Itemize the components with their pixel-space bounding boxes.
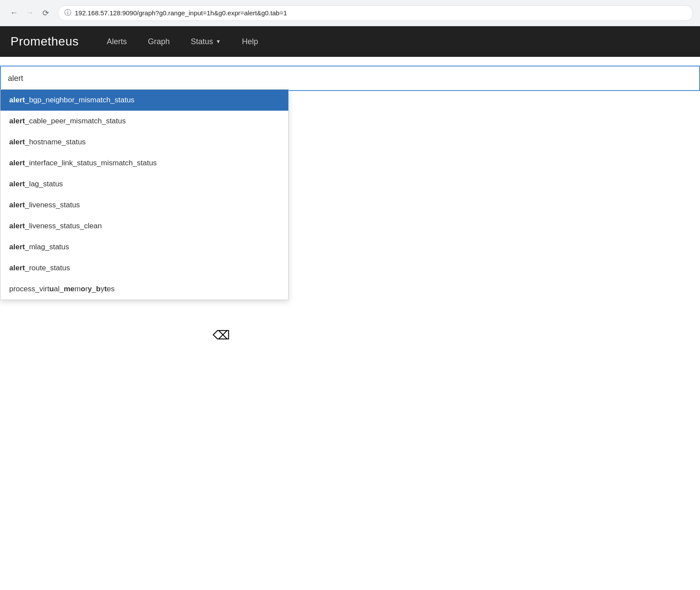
- dropdown-item-6[interactable]: alert_liveness_status_clean: [0, 216, 288, 237]
- browser-chrome: ← → ⟳ ⓘ 192.168.57.128:9090/graph?g0.ran…: [0, 0, 700, 26]
- nav-link-status[interactable]: Status ▼: [180, 34, 231, 50]
- info-icon: ⓘ: [64, 8, 71, 17]
- search-container: alert_bgp_neighbor_mismatch_status alert…: [0, 57, 700, 91]
- dropdown-item-bold-7: alert: [9, 243, 25, 251]
- dropdown-item-7[interactable]: alert_mlag_status: [0, 237, 288, 258]
- dropdown-item-bold-4: alert: [9, 180, 25, 188]
- url-text: 192.168.57.128:9090/graph?g0.range_input…: [75, 9, 287, 17]
- nav-link-alerts[interactable]: Alerts: [96, 34, 137, 50]
- dropdown-item-rest-3: _interface_link_status_mismatch_status: [25, 159, 157, 167]
- nav-buttons: ← → ⟳: [7, 6, 52, 20]
- search-input[interactable]: [1, 66, 699, 90]
- search-input-wrapper: [0, 66, 700, 91]
- dropdown-item-bold-5: alert: [9, 201, 25, 209]
- dropdown-item-bold-6: alert: [9, 222, 25, 230]
- address-bar[interactable]: ⓘ 192.168.57.128:9090/graph?g0.range_inp…: [58, 5, 693, 21]
- dropdown-item-4[interactable]: alert_lag_status: [0, 174, 288, 195]
- forward-button[interactable]: →: [23, 6, 37, 20]
- status-dropdown-arrow: ▼: [216, 38, 221, 45]
- nav-link-help[interactable]: Help: [231, 34, 269, 50]
- dropdown-item-bold-1: alert: [9, 117, 25, 125]
- dropdown-item-rest-7: _mlag_status: [25, 243, 69, 251]
- dropdown-item-bold-0: alert: [9, 96, 25, 104]
- dropdown-item-9[interactable]: process_virtual_memory_bytes: [0, 279, 288, 300]
- dropdown-item-8[interactable]: alert_route_status: [0, 258, 288, 279]
- back-button[interactable]: ←: [7, 6, 21, 20]
- dropdown-item-3[interactable]: alert_interface_link_status_mismatch_sta…: [0, 153, 288, 174]
- dropdown-item-text-9: process_virtual_memory_bytes: [9, 285, 115, 293]
- dropdown-item-rest-4: _lag_status: [25, 180, 63, 188]
- reload-button[interactable]: ⟳: [38, 6, 52, 20]
- dropdown-item-rest-1: _cable_peer_mismatch_status: [25, 117, 126, 125]
- dropdown-item-rest-0: _bgp_neighbor_mismatch_status: [25, 96, 134, 104]
- dropdown-item-5[interactable]: alert_liveness_status: [0, 195, 288, 216]
- dropdown-item-1[interactable]: alert_cable_peer_mismatch_status: [0, 111, 288, 132]
- dropdown-item-bold-8: alert: [9, 264, 25, 272]
- dropdown-item-rest-8: _route_status: [25, 264, 70, 272]
- nav-link-graph[interactable]: Graph: [137, 34, 180, 50]
- dropdown-item-2[interactable]: alert_hostname_status: [0, 132, 288, 153]
- cursor-hand-icon: ⌫: [213, 328, 230, 342]
- main-content: alert_bgp_neighbor_mismatch_status alert…: [0, 57, 700, 91]
- dropdown-item-rest-5: _liveness_status: [25, 201, 80, 209]
- dropdown-item-rest-6: _liveness_status_clean: [25, 222, 102, 230]
- autocomplete-dropdown: alert_bgp_neighbor_mismatch_status alert…: [0, 89, 289, 300]
- dropdown-item-rest-2: _hostname_status: [25, 138, 86, 146]
- navbar: Prometheus Alerts Graph Status ▼ Help: [0, 26, 700, 57]
- dropdown-item-bold-3: alert: [9, 159, 25, 167]
- navbar-links: Alerts Graph Status ▼ Help: [96, 34, 269, 50]
- navbar-brand[interactable]: Prometheus: [10, 35, 79, 49]
- dropdown-item-bold-2: alert: [9, 138, 25, 146]
- dropdown-item-0[interactable]: alert_bgp_neighbor_mismatch_status: [0, 90, 288, 111]
